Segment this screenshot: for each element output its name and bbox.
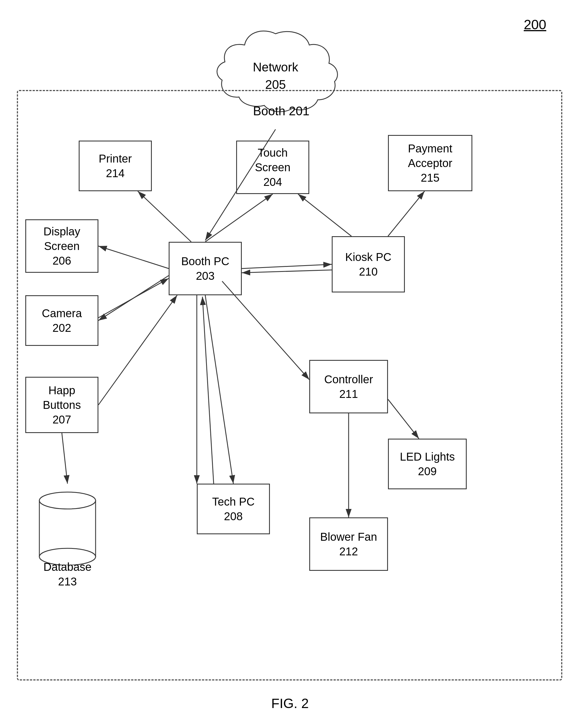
payment-acceptor-label: PaymentAcceptor215 bbox=[408, 141, 452, 185]
svg-point-2 bbox=[39, 492, 96, 509]
blower-fan-label: Blower Fan212 bbox=[320, 529, 377, 559]
payment-acceptor-node: PaymentAcceptor215 bbox=[388, 135, 472, 191]
touch-screen-label: TouchScreen204 bbox=[255, 146, 291, 189]
database-node: Database213 bbox=[36, 484, 98, 589]
kiosk-pc-label: Kiosk PC210 bbox=[345, 250, 392, 279]
display-screen-label: DisplayScreen206 bbox=[43, 224, 80, 268]
tech-pc-node: Tech PC208 bbox=[197, 484, 270, 534]
diagram-number: 200 bbox=[524, 17, 546, 32]
figure-label: FIG. 2 bbox=[271, 696, 309, 711]
led-lights-node: LED Lights209 bbox=[388, 439, 467, 489]
booth-pc-node: Booth PC203 bbox=[169, 242, 242, 295]
printer-node: Printer214 bbox=[79, 140, 152, 191]
display-screen-node: DisplayScreen206 bbox=[25, 219, 98, 273]
printer-label: Printer214 bbox=[99, 151, 132, 181]
booth-pc-label: Booth PC203 bbox=[181, 254, 229, 283]
tech-pc-label: Tech PC208 bbox=[212, 494, 255, 524]
booth-label: Booth 201 bbox=[253, 104, 310, 118]
controller-label: Controller211 bbox=[324, 372, 373, 401]
blower-fan-node: Blower Fan212 bbox=[309, 517, 388, 571]
led-lights-label: LED Lights209 bbox=[400, 449, 455, 478]
diagram-container: 200 Network205 Booth 201 Printer214 Touc… bbox=[0, 0, 580, 728]
touch-screen-node: TouchScreen204 bbox=[236, 140, 309, 194]
happ-buttons-label: HappButtons207 bbox=[43, 383, 81, 427]
kiosk-pc-node: Kiosk PC210 bbox=[332, 236, 405, 292]
network-label: Network205 bbox=[253, 58, 298, 93]
camera-node: Camera202 bbox=[25, 295, 98, 346]
controller-node: Controller211 bbox=[309, 360, 388, 413]
camera-label: Camera202 bbox=[42, 306, 82, 335]
happ-buttons-node: HappButtons207 bbox=[25, 377, 98, 433]
database-label: Database213 bbox=[43, 560, 91, 589]
